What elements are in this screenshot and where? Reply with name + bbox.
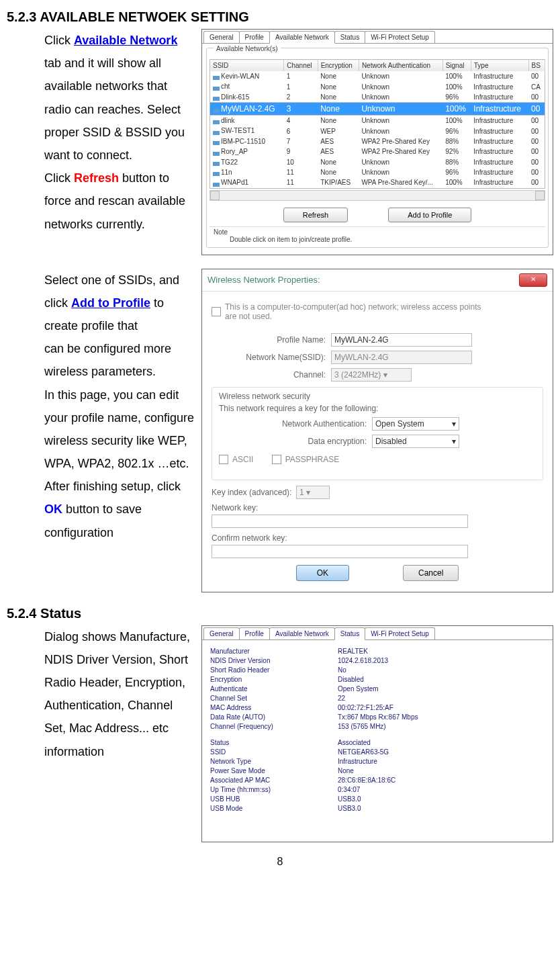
- s3-tabs: GeneralProfileAvailable NetworkStatusWi-…: [202, 626, 553, 640]
- tab-available-network[interactable]: Available Network: [269, 627, 335, 639]
- status-value: 153 (5765 MHz): [338, 722, 386, 731]
- add-to-profile-button[interactable]: Add to Profile: [388, 208, 471, 222]
- status-row: MAC Address00:02:72:F1:25:AF: [210, 703, 545, 713]
- refresh-button[interactable]: Refresh: [283, 208, 348, 222]
- ascii-label: ASCII: [232, 455, 253, 464]
- signal-icon: [213, 169, 220, 176]
- h-scrollbar[interactable]: [209, 190, 545, 201]
- status-row: Up Time (hh:mm:ss)0:34:07: [210, 785, 545, 795]
- chevron-down-icon: ▾: [452, 419, 456, 429]
- enc-select[interactable]: Disabled▾: [372, 435, 459, 448]
- status-value: 1024.2.618.2013: [338, 656, 388, 666]
- status-key: USB HUB: [210, 795, 338, 804]
- col-ssid[interactable]: SSID: [210, 60, 284, 72]
- table-row[interactable]: SW-TEST16WEPUnknown96%Infrastructure00: [210, 126, 545, 136]
- s1-tabs: GeneralProfileAvailable NetworkStatusWi-…: [202, 30, 553, 44]
- tab-profile[interactable]: Profile: [239, 627, 270, 639]
- tab-wi-fi-protect-setup[interactable]: Wi-Fi Protect Setup: [365, 627, 435, 639]
- close-icon[interactable]: ✕: [519, 273, 547, 287]
- signal-icon: [213, 149, 220, 156]
- sec-title: Wireless network security: [219, 392, 536, 401]
- p2-t4: In this page, you can edit your profile …: [44, 388, 194, 494]
- status-row: EncryptionDisabled: [210, 675, 545, 684]
- col-channel[interactable]: Channel: [284, 60, 318, 72]
- table-row[interactable]: Rory_AP9AESWPA2 Pre-Shared Key92%Infrast…: [210, 146, 545, 157]
- tab-available-network[interactable]: Available Network: [269, 31, 335, 44]
- screenshot-wireless-properties: Wireless Network Properties: ✕ This is a…: [201, 269, 553, 592]
- table-row[interactable]: Kevin-WLAN1NoneUnknown100%Infrastructure…: [210, 71, 545, 81]
- note-area: Note Double click on item to join/create…: [209, 226, 545, 245]
- status-value: None: [338, 766, 354, 776]
- status-value: REALTEK: [338, 647, 368, 656]
- status-row: Network TypeInfrastructure: [210, 757, 545, 766]
- tab-general[interactable]: General: [203, 31, 240, 43]
- para-add-profile: Select one of SSIDs, and click Add to Pr…: [7, 269, 195, 544]
- block-a: Click Available Network tab and it will …: [7, 29, 553, 255]
- passphrase-label: PASSPHRASE: [285, 455, 339, 464]
- adhoc-label: This is a computer-to-computer(ad hoc) n…: [225, 302, 494, 321]
- sec-desc: This network requires a key for the foll…: [219, 404, 536, 413]
- tab-status[interactable]: Status: [334, 627, 365, 640]
- tab-status[interactable]: Status: [334, 31, 365, 43]
- network-table[interactable]: SSIDChannelEncryptionNetwork Authenticat…: [209, 59, 545, 189]
- signal-icon: [213, 94, 220, 101]
- status-value: 28:C6:8E:8A:18:6C: [338, 776, 395, 785]
- screenshot-status: GeneralProfileAvailable NetworkStatusWi-…: [201, 625, 553, 842]
- netkey-field[interactable]: [212, 515, 468, 528]
- status-row: USB HUBUSB3.0: [210, 795, 545, 804]
- cancel-button[interactable]: Cancel: [403, 565, 459, 581]
- auth-select[interactable]: Open System▾: [372, 417, 459, 431]
- tab-wi-fi-protect-setup[interactable]: Wi-Fi Protect Setup: [365, 31, 435, 43]
- status-row: Associated AP MAC28:C6:8E:8A:18:6C: [210, 776, 545, 785]
- col-bs[interactable]: BS: [528, 60, 545, 72]
- ok-word: OK: [44, 502, 62, 516]
- tab-general[interactable]: General: [203, 627, 240, 639]
- passphrase-checkbox[interactable]: [272, 455, 281, 464]
- available-network-link[interactable]: Available Network: [74, 34, 177, 47]
- table-row[interactable]: TG2210NoneUnknown88%Infrastructure00: [210, 157, 545, 167]
- status-value: Open System: [338, 684, 379, 694]
- block-b: Select one of SSIDs, and click Add to Pr…: [7, 269, 553, 592]
- table-row[interactable]: dlink4NoneUnknown100%Infrastructure00: [210, 116, 545, 126]
- col-network-authentication[interactable]: Network Authentication: [359, 60, 442, 72]
- adhoc-checkbox-row: This is a computer-to-computer(ad hoc) n…: [212, 302, 494, 321]
- status-value: Associated: [338, 738, 371, 748]
- signal-icon: [213, 159, 220, 166]
- table-row[interactable]: IBM-PC-115107AESWPA2 Pre-Shared Key88%In…: [210, 136, 545, 146]
- status-key: Channel Set: [210, 694, 338, 703]
- ssid-label: Network Name(SSID):: [212, 353, 331, 362]
- status-key: Data Rate (AUTO): [210, 713, 338, 722]
- section-title-524: 5.2.4 Status: [7, 606, 553, 621]
- para-available-network: Click Available Network tab and it will …: [7, 29, 195, 236]
- status-value: 0:34:07: [338, 785, 360, 795]
- ok-button[interactable]: OK: [296, 565, 349, 581]
- signal-icon: [213, 180, 220, 187]
- p2-t3: can be configured more wireless paramete…: [44, 342, 171, 378]
- channel-select: 3 (2422MHz) ▾: [331, 368, 412, 382]
- status-row: AuthenticateOpen System: [210, 684, 545, 694]
- status-key: MAC Address: [210, 703, 338, 713]
- col-signal[interactable]: Signal: [442, 60, 471, 72]
- signal-icon: [213, 128, 220, 135]
- status-key: Channel (Frequency): [210, 722, 338, 731]
- table-row[interactable]: 11n11NoneUnknown96%Infrastructure00: [210, 167, 545, 177]
- status-key: Up Time (hh:mm:ss): [210, 785, 338, 795]
- status-key: Associated AP MAC: [210, 776, 338, 785]
- table-row[interactable]: cht1NoneUnknown100%InfrastructureCA: [210, 81, 545, 91]
- confirm-field[interactable]: [212, 545, 468, 558]
- status-key: Power Save Mode: [210, 766, 338, 776]
- tab-profile[interactable]: Profile: [239, 31, 270, 43]
- adhoc-checkbox[interactable]: [212, 307, 221, 316]
- add-to-profile-link[interactable]: Add to Profile: [71, 296, 150, 310]
- table-row[interactable]: Dlink-6152NoneUnknown96%Infrastructure00: [210, 92, 545, 103]
- profile-name-field[interactable]: [331, 333, 472, 347]
- status-row: Channel (Frequency)153 (5765 MHz): [210, 722, 545, 731]
- refresh-word: Refresh: [74, 171, 119, 185]
- col-type[interactable]: Type: [471, 60, 528, 72]
- ascii-checkbox[interactable]: [219, 455, 228, 464]
- screenshot-available-network: GeneralProfileAvailable NetworkStatusWi-…: [201, 29, 553, 255]
- col-encryption[interactable]: Encryption: [318, 60, 359, 72]
- table-row[interactable]: MyWLAN-2.4G3NoneUnknown100%Infrastructur…: [210, 103, 545, 116]
- table-row[interactable]: WNAPd111TKIP/AESWPA Pre-Shared Key/...10…: [210, 177, 545, 188]
- status-row: NDIS Driver Version1024.2.618.2013: [210, 656, 545, 666]
